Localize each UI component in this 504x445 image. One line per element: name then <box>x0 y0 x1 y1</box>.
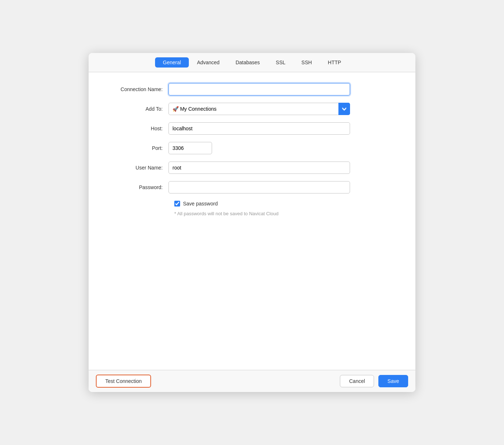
dialog-footer: Test Connection Cancel Save <box>89 370 415 392</box>
username-row: User Name: <box>110 162 394 174</box>
username-input[interactable] <box>168 162 350 174</box>
username-label: User Name: <box>110 165 168 171</box>
tab-ssl[interactable]: SSL <box>268 57 293 68</box>
test-connection-button[interactable]: Test Connection <box>96 375 151 388</box>
password-input[interactable] <box>168 181 350 193</box>
connection-name-row: Connection Name: <box>110 83 394 95</box>
form-content: Connection Name: Add To: 🚀 My Connection… <box>89 72 415 370</box>
hint-text: * All passwords will not be saved to Nav… <box>174 211 394 216</box>
tab-bar: General Advanced Databases SSL SSH HTTP <box>89 53 415 72</box>
connection-name-input[interactable] <box>168 83 350 95</box>
host-input[interactable] <box>168 122 350 135</box>
tab-advanced[interactable]: Advanced <box>189 57 227 68</box>
tab-databases[interactable]: Databases <box>228 57 268 68</box>
port-label: Port: <box>110 145 168 151</box>
connection-name-label: Connection Name: <box>110 86 168 92</box>
password-row: Password: <box>110 181 394 193</box>
tab-ssh[interactable]: SSH <box>293 57 320 68</box>
add-to-select[interactable]: 🚀 My Connections <box>168 103 350 115</box>
save-password-label[interactable]: Save password <box>183 201 218 207</box>
add-to-label: Add To: <box>110 106 168 112</box>
save-password-checkbox[interactable] <box>174 201 180 207</box>
add-to-dropdown[interactable]: 🚀 My Connections <box>168 103 350 115</box>
tab-http[interactable]: HTTP <box>320 57 349 68</box>
host-label: Host: <box>110 126 168 131</box>
tab-general[interactable]: General <box>155 57 189 68</box>
save-button[interactable]: Save <box>378 375 408 387</box>
cancel-button[interactable]: Cancel <box>340 375 374 387</box>
host-row: Host: <box>110 122 394 135</box>
connection-dialog: General Advanced Databases SSL SSH HTTP … <box>89 53 415 392</box>
port-row: Port: <box>110 142 394 154</box>
password-label: Password: <box>110 184 168 190</box>
save-password-row: Save password <box>174 201 394 207</box>
footer-right-buttons: Cancel Save <box>340 375 408 387</box>
add-to-row: Add To: 🚀 My Connections <box>110 103 394 115</box>
port-input[interactable] <box>168 142 212 154</box>
